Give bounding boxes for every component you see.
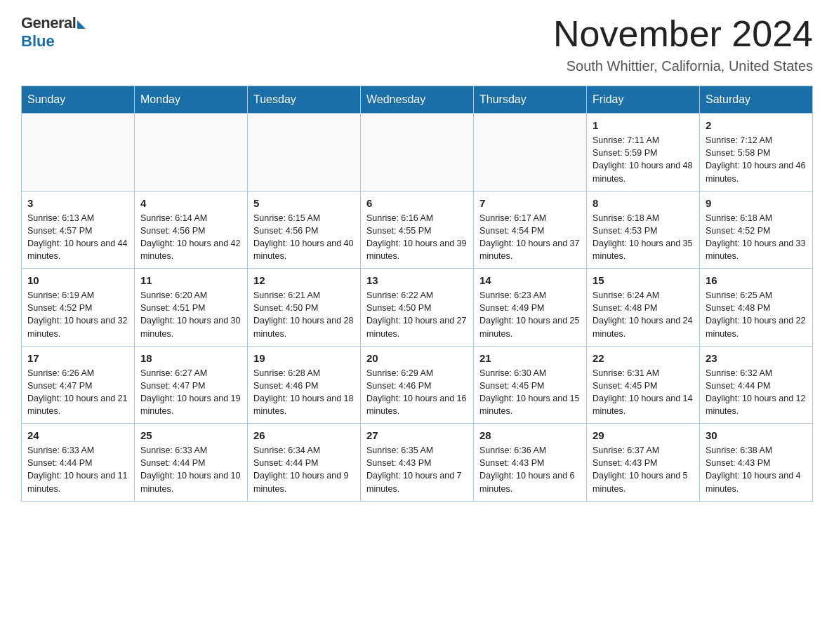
calendar-cell: 17Sunrise: 6:26 AM Sunset: 4:47 PM Dayli… xyxy=(22,346,135,424)
day-info: Sunrise: 6:24 AM Sunset: 4:48 PM Dayligh… xyxy=(593,289,694,340)
calendar-cell: 2Sunrise: 7:12 AM Sunset: 5:58 PM Daylig… xyxy=(700,114,813,192)
weekday-header-sunday: Sunday xyxy=(22,86,135,114)
calendar-cell: 8Sunrise: 6:18 AM Sunset: 4:53 PM Daylig… xyxy=(587,191,700,269)
day-info: Sunrise: 7:11 AM Sunset: 5:59 PM Dayligh… xyxy=(593,134,694,185)
calendar-cell: 27Sunrise: 6:35 AM Sunset: 4:43 PM Dayli… xyxy=(361,424,474,502)
day-number: 11 xyxy=(140,274,241,286)
day-info: Sunrise: 6:27 AM Sunset: 4:47 PM Dayligh… xyxy=(140,367,241,418)
calendar-cell xyxy=(135,114,248,192)
calendar-cell: 23Sunrise: 6:32 AM Sunset: 4:44 PM Dayli… xyxy=(700,346,813,424)
day-number: 28 xyxy=(479,429,581,441)
calendar-cell: 14Sunrise: 6:23 AM Sunset: 4:49 PM Dayli… xyxy=(474,269,587,347)
month-title: November 2024 xyxy=(553,14,813,54)
header: General Blue November 2024 South Whittie… xyxy=(21,14,813,74)
logo: General Blue xyxy=(21,14,86,51)
day-info: Sunrise: 6:33 AM Sunset: 4:44 PM Dayligh… xyxy=(27,444,128,495)
day-info: Sunrise: 6:30 AM Sunset: 4:45 PM Dayligh… xyxy=(479,367,581,418)
day-number: 5 xyxy=(253,197,355,209)
weekday-header-thursday: Thursday xyxy=(474,86,587,114)
calendar-cell: 6Sunrise: 6:16 AM Sunset: 4:55 PM Daylig… xyxy=(361,191,474,269)
day-number: 26 xyxy=(253,429,355,441)
calendar-cell xyxy=(22,114,135,192)
calendar-cell: 12Sunrise: 6:21 AM Sunset: 4:50 PM Dayli… xyxy=(248,269,361,347)
day-number: 10 xyxy=(27,274,128,286)
day-number: 13 xyxy=(366,274,468,286)
day-info: Sunrise: 6:20 AM Sunset: 4:51 PM Dayligh… xyxy=(140,289,241,340)
calendar-week-row: 1Sunrise: 7:11 AM Sunset: 5:59 PM Daylig… xyxy=(22,114,813,192)
day-number: 22 xyxy=(593,352,694,364)
day-number: 14 xyxy=(479,274,581,286)
day-info: Sunrise: 7:12 AM Sunset: 5:58 PM Dayligh… xyxy=(706,134,807,185)
calendar-cell: 10Sunrise: 6:19 AM Sunset: 4:52 PM Dayli… xyxy=(22,269,135,347)
day-info: Sunrise: 6:23 AM Sunset: 4:49 PM Dayligh… xyxy=(479,289,581,340)
day-info: Sunrise: 6:38 AM Sunset: 4:43 PM Dayligh… xyxy=(706,444,807,495)
calendar-cell: 26Sunrise: 6:34 AM Sunset: 4:44 PM Dayli… xyxy=(248,424,361,502)
day-info: Sunrise: 6:18 AM Sunset: 4:52 PM Dayligh… xyxy=(706,212,807,263)
day-number: 21 xyxy=(479,352,581,364)
logo-arrow-icon xyxy=(77,20,86,29)
day-info: Sunrise: 6:15 AM Sunset: 4:56 PM Dayligh… xyxy=(253,212,355,263)
day-number: 27 xyxy=(366,429,468,441)
day-number: 16 xyxy=(706,274,807,286)
day-number: 17 xyxy=(27,352,128,364)
calendar-cell: 20Sunrise: 6:29 AM Sunset: 4:46 PM Dayli… xyxy=(361,346,474,424)
day-number: 8 xyxy=(593,197,694,209)
day-info: Sunrise: 6:22 AM Sunset: 4:50 PM Dayligh… xyxy=(366,289,468,340)
day-number: 24 xyxy=(27,429,128,441)
day-info: Sunrise: 6:33 AM Sunset: 4:44 PM Dayligh… xyxy=(140,444,241,495)
day-info: Sunrise: 6:19 AM Sunset: 4:52 PM Dayligh… xyxy=(27,289,128,340)
day-number: 19 xyxy=(253,352,355,364)
calendar-cell: 3Sunrise: 6:13 AM Sunset: 4:57 PM Daylig… xyxy=(22,191,135,269)
day-number: 4 xyxy=(140,197,241,209)
calendar-cell: 9Sunrise: 6:18 AM Sunset: 4:52 PM Daylig… xyxy=(700,191,813,269)
day-number: 3 xyxy=(27,197,128,209)
calendar-cell: 15Sunrise: 6:24 AM Sunset: 4:48 PM Dayli… xyxy=(587,269,700,347)
day-info: Sunrise: 6:32 AM Sunset: 4:44 PM Dayligh… xyxy=(706,367,807,418)
calendar-cell: 29Sunrise: 6:37 AM Sunset: 4:43 PM Dayli… xyxy=(587,424,700,502)
weekday-header-tuesday: Tuesday xyxy=(248,86,361,114)
day-number: 1 xyxy=(593,119,694,131)
day-info: Sunrise: 6:36 AM Sunset: 4:43 PM Dayligh… xyxy=(479,444,581,495)
calendar-cell: 28Sunrise: 6:36 AM Sunset: 4:43 PM Dayli… xyxy=(474,424,587,502)
calendar-week-row: 17Sunrise: 6:26 AM Sunset: 4:47 PM Dayli… xyxy=(22,346,813,424)
calendar-cell: 25Sunrise: 6:33 AM Sunset: 4:44 PM Dayli… xyxy=(135,424,248,502)
day-number: 25 xyxy=(140,429,241,441)
day-info: Sunrise: 6:17 AM Sunset: 4:54 PM Dayligh… xyxy=(479,212,581,263)
weekday-header-row: SundayMondayTuesdayWednesdayThursdayFrid… xyxy=(22,86,813,114)
calendar-cell: 13Sunrise: 6:22 AM Sunset: 4:50 PM Dayli… xyxy=(361,269,474,347)
weekday-header-saturday: Saturday xyxy=(700,86,813,114)
day-info: Sunrise: 6:35 AM Sunset: 4:43 PM Dayligh… xyxy=(366,444,468,495)
weekday-header-wednesday: Wednesday xyxy=(361,86,474,114)
title-area: November 2024 South Whittier, California… xyxy=(553,14,813,74)
day-number: 7 xyxy=(479,197,581,209)
calendar-cell: 16Sunrise: 6:25 AM Sunset: 4:48 PM Dayli… xyxy=(700,269,813,347)
calendar-cell xyxy=(474,114,587,192)
day-number: 12 xyxy=(253,274,355,286)
day-number: 18 xyxy=(140,352,241,364)
location-subtitle: South Whittier, California, United State… xyxy=(553,58,813,74)
logo-general-text: General xyxy=(21,14,76,32)
calendar-cell: 11Sunrise: 6:20 AM Sunset: 4:51 PM Dayli… xyxy=(135,269,248,347)
calendar-week-row: 3Sunrise: 6:13 AM Sunset: 4:57 PM Daylig… xyxy=(22,191,813,269)
day-info: Sunrise: 6:21 AM Sunset: 4:50 PM Dayligh… xyxy=(253,289,355,340)
calendar-cell: 21Sunrise: 6:30 AM Sunset: 4:45 PM Dayli… xyxy=(474,346,587,424)
day-info: Sunrise: 6:16 AM Sunset: 4:55 PM Dayligh… xyxy=(366,212,468,263)
day-number: 30 xyxy=(706,429,807,441)
day-info: Sunrise: 6:28 AM Sunset: 4:46 PM Dayligh… xyxy=(253,367,355,418)
weekday-header-friday: Friday xyxy=(587,86,700,114)
day-info: Sunrise: 6:31 AM Sunset: 4:45 PM Dayligh… xyxy=(593,367,694,418)
day-info: Sunrise: 6:25 AM Sunset: 4:48 PM Dayligh… xyxy=(706,289,807,340)
day-number: 6 xyxy=(366,197,468,209)
day-number: 2 xyxy=(706,119,807,131)
calendar-week-row: 10Sunrise: 6:19 AM Sunset: 4:52 PM Dayli… xyxy=(22,269,813,347)
calendar-table: SundayMondayTuesdayWednesdayThursdayFrid… xyxy=(21,86,813,502)
day-number: 23 xyxy=(706,352,807,364)
day-number: 9 xyxy=(706,197,807,209)
day-info: Sunrise: 6:18 AM Sunset: 4:53 PM Dayligh… xyxy=(593,212,694,263)
calendar-cell: 24Sunrise: 6:33 AM Sunset: 4:44 PM Dayli… xyxy=(22,424,135,502)
calendar-cell xyxy=(361,114,474,192)
day-info: Sunrise: 6:26 AM Sunset: 4:47 PM Dayligh… xyxy=(27,367,128,418)
day-number: 20 xyxy=(366,352,468,364)
calendar-week-row: 24Sunrise: 6:33 AM Sunset: 4:44 PM Dayli… xyxy=(22,424,813,502)
day-info: Sunrise: 6:13 AM Sunset: 4:57 PM Dayligh… xyxy=(27,212,128,263)
